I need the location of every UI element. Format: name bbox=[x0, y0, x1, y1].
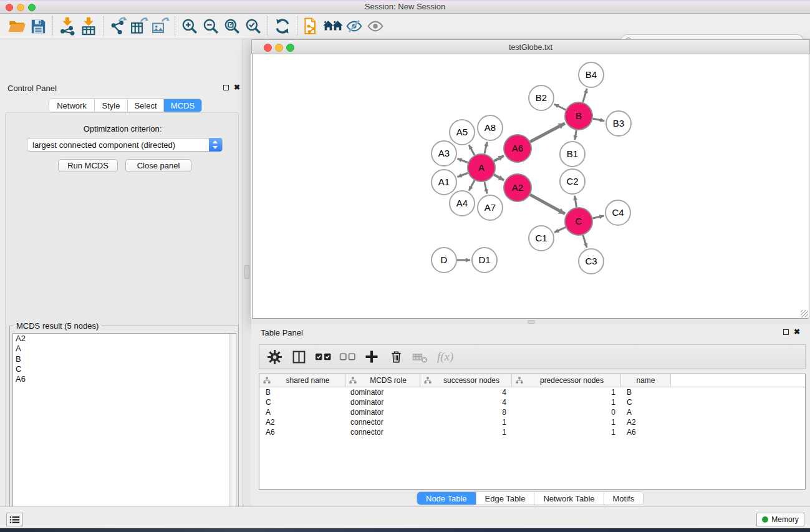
open-session-icon[interactable] bbox=[6, 16, 27, 37]
mcds-result-title: MCDS result (5 nodes) bbox=[14, 321, 101, 331]
table-row[interactable]: Cdominator41C bbox=[259, 397, 805, 407]
table-row[interactable]: Bdominator41B bbox=[259, 387, 805, 397]
tab-mcds[interactable]: MCDS bbox=[164, 99, 201, 112]
column-header-successor-nodes[interactable]: successor nodes bbox=[420, 374, 512, 387]
dropdown-stepper[interactable] bbox=[209, 138, 222, 152]
table-cell: 0 bbox=[512, 408, 621, 417]
memory-button[interactable]: Memory bbox=[756, 513, 804, 526]
column-header-name[interactable]: name bbox=[621, 374, 671, 387]
graph-edge-A-A2[interactable] bbox=[494, 175, 504, 180]
tab-network-table[interactable]: Network Table bbox=[534, 492, 604, 505]
graph-edge-B-B2[interactable] bbox=[554, 104, 566, 110]
graph-edge-A6-B[interactable] bbox=[530, 123, 565, 142]
result-list-scrollbar[interactable] bbox=[229, 334, 235, 532]
add-icon[interactable] bbox=[362, 347, 382, 366]
graph-edge-B-B3[interactable] bbox=[593, 118, 605, 121]
mcds-result-item[interactable]: A bbox=[13, 344, 236, 354]
float-table-panel-icon[interactable] bbox=[783, 329, 789, 335]
graph-edge-C-C4[interactable] bbox=[592, 216, 604, 218]
graph-edge-A-A4[interactable] bbox=[469, 180, 475, 191]
column-header-MCDS-role[interactable]: MCDS role bbox=[345, 374, 420, 387]
graph-edge-A-A7[interactable] bbox=[485, 181, 487, 193]
table-cell: A bbox=[259, 408, 345, 417]
table-cell: A6 bbox=[259, 428, 345, 437]
graph-edge-A-A8[interactable] bbox=[485, 142, 487, 153]
run-mcds-button[interactable]: Run MCDS bbox=[58, 159, 118, 172]
graph-edge-A-A3[interactable] bbox=[457, 158, 468, 163]
horizontal-splitter-handle[interactable] bbox=[528, 320, 535, 324]
tab-node-table[interactable]: Node Table bbox=[417, 492, 476, 505]
tab-style[interactable]: Style bbox=[95, 99, 128, 112]
criterion-dropdown[interactable]: largest connected component (directed) bbox=[27, 138, 223, 152]
task-history-button[interactable] bbox=[6, 513, 23, 526]
graph-node-label-A: A bbox=[478, 162, 485, 173]
zoom-in-icon[interactable] bbox=[179, 16, 200, 37]
memory-status-icon bbox=[762, 516, 768, 523]
column-header-label: MCDS role bbox=[357, 376, 420, 385]
table-row[interactable]: A2connector11A2 bbox=[259, 417, 805, 427]
table-header-row: shared nameMCDS rolesuccessor nodesprede… bbox=[259, 374, 805, 387]
tab-network[interactable]: Network bbox=[49, 99, 95, 112]
hide-help-icon[interactable] bbox=[344, 16, 365, 37]
mcds-result-item[interactable]: A2 bbox=[13, 334, 236, 344]
home-icon[interactable] bbox=[322, 16, 344, 37]
settings-gear-icon[interactable] bbox=[264, 347, 284, 366]
vertical-splitter-handle[interactable] bbox=[244, 265, 249, 279]
table-row[interactable]: Adominator80A bbox=[259, 407, 805, 417]
control-panel: Control Panel ✖ Optimization criterion: … bbox=[0, 39, 243, 506]
import-table-icon[interactable] bbox=[78, 16, 99, 37]
horizontal-splitter[interactable] bbox=[251, 319, 810, 324]
zoom-selected-icon[interactable] bbox=[243, 16, 264, 37]
tab-select[interactable]: Select bbox=[128, 99, 164, 112]
memory-label: Memory bbox=[771, 515, 798, 524]
mcds-result-item[interactable]: C bbox=[13, 364, 236, 374]
window-resize-handle[interactable] bbox=[801, 310, 808, 317]
graph-edge-C-C2[interactable] bbox=[575, 196, 577, 208]
graph-edge-A-A6[interactable] bbox=[494, 156, 504, 161]
export-image-icon[interactable] bbox=[150, 16, 171, 37]
zoom-fit-icon[interactable] bbox=[221, 16, 243, 37]
graph-edge-B-B4[interactable] bbox=[583, 89, 587, 102]
refresh-icon[interactable] bbox=[272, 16, 293, 37]
deselect-all-icon[interactable] bbox=[337, 347, 357, 366]
select-all-icon[interactable] bbox=[313, 347, 333, 366]
graph-edge-C-C3[interactable] bbox=[583, 235, 587, 248]
zoom-out-icon[interactable] bbox=[200, 16, 221, 37]
tab-edge-table[interactable]: Edge Table bbox=[476, 492, 535, 505]
close-panel-button[interactable]: Close panel bbox=[125, 159, 191, 172]
graph-edge-A-A5[interactable] bbox=[469, 145, 475, 155]
import-network-icon[interactable] bbox=[57, 16, 78, 37]
delete-column-icon[interactable] bbox=[410, 347, 430, 366]
network-window-title: testGlobe.txt bbox=[252, 43, 809, 52]
mcds-result-item[interactable]: B bbox=[13, 354, 236, 364]
graph-edge-B-B1[interactable] bbox=[575, 130, 577, 140]
save-session-icon[interactable] bbox=[27, 16, 49, 37]
float-panel-icon[interactable] bbox=[223, 85, 229, 90]
function-builder-icon[interactable]: f(x) bbox=[435, 350, 453, 364]
export-table-icon[interactable] bbox=[128, 16, 150, 37]
column-header-label: successor nodes bbox=[432, 376, 511, 385]
graph-edge-C-C1[interactable] bbox=[554, 227, 566, 232]
close-panel-icon[interactable]: ✖ bbox=[234, 84, 240, 90]
graph-edge-A-A1[interactable] bbox=[457, 173, 468, 177]
table-row[interactable]: A6connector11A6 bbox=[259, 427, 805, 437]
duplicate-network-icon[interactable] bbox=[301, 16, 322, 37]
graph-node-label-A1: A1 bbox=[438, 177, 450, 187]
graph-node-label-B: B bbox=[576, 110, 582, 121]
show-graphics-details-icon[interactable] bbox=[365, 16, 386, 37]
column-header-label: shared name bbox=[271, 376, 345, 385]
column-header-shared-name[interactable]: shared name bbox=[259, 374, 345, 387]
close-table-panel-icon[interactable]: ✖ bbox=[794, 329, 800, 335]
node-table: shared nameMCDS rolesuccessor nodesprede… bbox=[259, 374, 806, 490]
graph-edge-A2-C[interactable] bbox=[530, 195, 565, 214]
mcds-result-item[interactable]: A6 bbox=[13, 374, 236, 384]
show-columns-icon[interactable] bbox=[289, 347, 309, 366]
network-canvas[interactable]: B4B2BB3A5A8A6B1A3AA1C2A2A4A7C4CC1C3DD1 bbox=[252, 54, 809, 319]
column-header-predecessor-nodes[interactable]: predecessor nodes bbox=[512, 374, 621, 387]
tab-motifs[interactable]: Motifs bbox=[604, 492, 644, 505]
network-window-titlebar[interactable]: testGlobe.txt bbox=[251, 39, 810, 54]
graph-node-label-C4: C4 bbox=[612, 207, 624, 218]
delete-trash-icon[interactable] bbox=[386, 347, 406, 366]
mcds-result-list[interactable]: A2ABCA6 bbox=[12, 333, 236, 532]
export-network-icon[interactable] bbox=[107, 16, 128, 37]
